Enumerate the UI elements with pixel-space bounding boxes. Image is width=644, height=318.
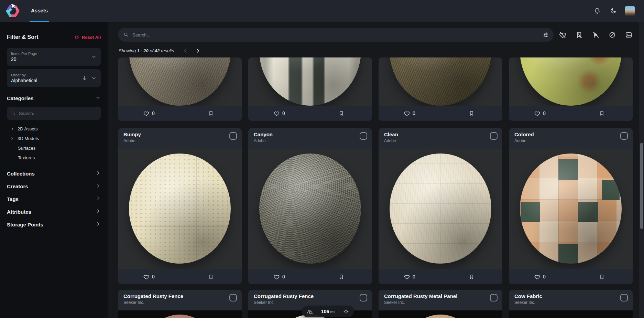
bookmark-button[interactable] xyxy=(180,274,242,280)
categories-search-input[interactable] xyxy=(19,111,97,116)
scrollbar-thumb[interactable] xyxy=(640,143,643,229)
bookmark-button[interactable] xyxy=(571,274,633,280)
asset-preview xyxy=(379,149,502,269)
sidebar-header: Filter & Sort Reset All xyxy=(7,34,101,40)
texture-sphere-preview xyxy=(520,153,622,264)
section-creators[interactable]: Creators xyxy=(7,180,101,193)
crosshair-icon[interactable] xyxy=(343,309,349,315)
tab-assets[interactable]: Assets xyxy=(30,0,49,22)
asset-card-corrugated-rusty-fence-1[interactable]: Corrugated Rusty Fence Seeker Inc. xyxy=(118,290,242,318)
categories-section-header[interactable]: Categories xyxy=(7,92,101,105)
bookmark-icon xyxy=(208,110,214,116)
asset-title: Bumpy xyxy=(123,131,237,137)
bookmarks-off-icon[interactable] xyxy=(575,31,583,39)
results-range: 1 - 20 xyxy=(137,48,149,53)
asset-preview xyxy=(379,57,502,106)
bookmark-button[interactable] xyxy=(180,110,242,116)
asset-creator: Adobe xyxy=(254,138,367,143)
reset-all-label: Reset All xyxy=(82,35,101,40)
chevron-down-icon xyxy=(91,54,97,60)
sort-direction-arrow-down-icon[interactable] xyxy=(81,75,88,81)
results-count: 42 xyxy=(155,48,160,53)
select-checkbox[interactable] xyxy=(620,132,628,140)
reset-all-button[interactable]: Reset All xyxy=(74,35,101,40)
asset-card[interactable]: 0 xyxy=(379,57,502,121)
chevron-down-icon xyxy=(91,75,97,81)
section-storage-points[interactable]: Storage Points xyxy=(7,218,101,231)
asset-card-bumpy[interactable]: Bumpy Adobe 0 xyxy=(118,128,242,284)
asset-grid-row-bottom: Corrugated Rusty Fence Seeker Inc. Corru… xyxy=(118,290,644,318)
like-button[interactable]: 0 xyxy=(379,274,440,280)
heart-icon xyxy=(534,110,541,117)
asset-title: Canyon xyxy=(254,131,367,137)
cursor-select-off-icon[interactable] xyxy=(591,31,600,39)
app-logo[interactable] xyxy=(5,3,21,19)
bookmark-button[interactable] xyxy=(310,274,372,280)
select-checkbox[interactable] xyxy=(490,294,498,301)
like-button[interactable]: 0 xyxy=(379,110,440,117)
like-button[interactable]: 0 xyxy=(248,110,310,117)
favorites-off-icon[interactable] xyxy=(558,31,567,39)
items-per-page-dropdown[interactable]: Items Per Page 20 xyxy=(7,48,101,66)
category-item-3d-models[interactable]: 3D Models xyxy=(7,134,101,143)
section-tags[interactable]: Tags xyxy=(7,193,101,205)
content-area: Showing 1 - 20 of 42 results 0 xyxy=(108,22,644,318)
section-collections[interactable]: Collections xyxy=(7,167,101,180)
bookmark-button[interactable] xyxy=(440,274,502,280)
asset-card[interactable]: 0 xyxy=(118,57,242,121)
bookmark-button[interactable] xyxy=(440,110,502,116)
texture-sphere-preview xyxy=(401,315,480,318)
select-checkbox[interactable] xyxy=(229,132,237,140)
next-page-button[interactable] xyxy=(193,46,202,55)
select-checkbox[interactable] xyxy=(490,132,498,140)
asset-card[interactable]: 0 xyxy=(509,57,633,121)
asset-card-canyon[interactable]: Canyon Adobe 0 xyxy=(248,128,372,284)
select-checkbox[interactable] xyxy=(620,294,628,301)
like-button[interactable]: 0 xyxy=(509,110,571,117)
content-toolbar xyxy=(118,28,644,42)
chevron-right-icon xyxy=(10,137,14,140)
category-item-surfaces[interactable]: Surfaces xyxy=(7,143,101,153)
sync-off-icon[interactable] xyxy=(608,31,616,39)
filter-sliders-icon[interactable] xyxy=(543,32,549,38)
order-by-value: Alphabetical xyxy=(11,78,37,83)
image-preview-icon[interactable] xyxy=(624,31,633,39)
notifications-bell-icon[interactable] xyxy=(593,7,601,15)
section-label: Tags xyxy=(7,196,19,202)
select-checkbox[interactable] xyxy=(360,132,367,140)
dark-mode-moon-icon[interactable] xyxy=(609,7,617,15)
asset-card-clean[interactable]: Clean Adobe 0 xyxy=(379,128,502,284)
like-button[interactable]: 0 xyxy=(248,274,310,280)
asset-card-cow-fabric[interactable]: Cow Fabric Seeker Inc. xyxy=(509,290,633,318)
like-button[interactable]: 0 xyxy=(118,110,180,117)
asset-preview xyxy=(379,310,502,318)
vertical-scrollbar[interactable] xyxy=(639,22,644,318)
section-attributes[interactable]: Attributes xyxy=(7,205,101,218)
like-button[interactable]: 0 xyxy=(118,274,180,280)
items-per-page-value: 20 xyxy=(11,56,37,62)
asset-card-colored[interactable]: Colored Adobe 0 xyxy=(509,128,633,284)
items-per-page-label: Items Per Page xyxy=(11,52,37,56)
filter-sort-title: Filter & Sort xyxy=(7,34,39,40)
user-avatar[interactable] xyxy=(625,6,635,16)
select-checkbox[interactable] xyxy=(229,294,237,301)
view-filter-icons xyxy=(558,31,633,39)
asset-creator: Adobe xyxy=(514,138,628,143)
asset-card-corrugated-rusty-metal-panel[interactable]: Corrugated Rusty Metal Panel Seeker Inc. xyxy=(379,290,502,318)
texture-sphere-preview xyxy=(259,57,361,106)
asset-card[interactable]: 0 xyxy=(248,57,372,121)
asset-creator: Seeker Inc. xyxy=(514,300,628,305)
category-item-2d-assets[interactable]: 2D Assets xyxy=(7,124,101,134)
bookmark-button[interactable] xyxy=(571,110,633,116)
section-label: Attributes xyxy=(7,209,31,215)
order-by-dropdown[interactable]: Order by Alphabetical xyxy=(7,69,101,87)
asset-creator: Seeker Inc. xyxy=(123,300,237,305)
select-checkbox[interactable] xyxy=(360,294,367,301)
prev-page-button[interactable] xyxy=(181,46,190,55)
bookmark-button[interactable] xyxy=(310,110,372,116)
asset-search-input[interactable] xyxy=(132,32,539,38)
heart-icon xyxy=(273,274,280,280)
like-button[interactable]: 0 xyxy=(509,274,571,280)
hexagon-logo-icon xyxy=(5,3,20,19)
category-item-textures[interactable]: Textures xyxy=(7,153,101,162)
